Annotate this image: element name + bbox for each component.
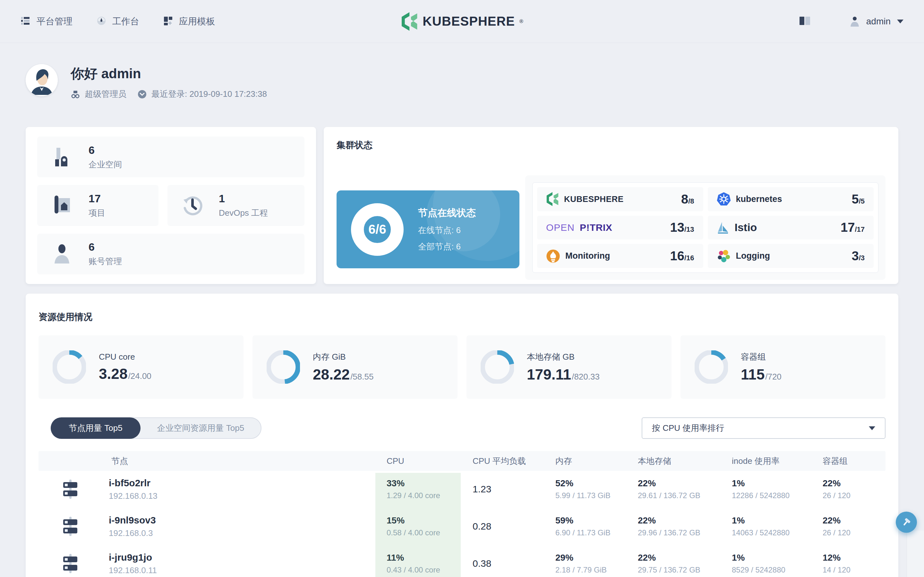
projects-count: 17 [89, 192, 105, 205]
resource-tile-cpu[interactable]: CPU core 3.28/24.00 [39, 335, 244, 399]
component-count: 17 [841, 220, 855, 235]
col-header-cpu: CPU [375, 456, 461, 466]
resource-tile-pods[interactable]: 容器组 115/720 [680, 335, 885, 399]
load-cell: 0.38 [461, 547, 556, 577]
projects-label: 项目 [89, 207, 105, 219]
resource-usage-title: 资源使用情况 [39, 311, 885, 323]
pods-cell: 22%26 / 120 [822, 473, 885, 506]
stat-projects[interactable]: 17 项目 [37, 185, 158, 226]
accounts-label: 账号管理 [89, 256, 122, 267]
col-header-pods: 容器组 [822, 456, 885, 467]
inode-cell: 1%8529 / 5242880 [732, 547, 822, 577]
logging-icon [717, 249, 731, 263]
nav-item-platform[interactable]: 平台管理 [21, 15, 73, 27]
storage-cell: 22%29.61 / 136.72 GB [638, 473, 732, 506]
inode-cell: 1%12286 / 5242880 [732, 473, 822, 506]
load-cell: 0.28 [461, 510, 556, 543]
component-istio[interactable]: Istio 17/17 [708, 216, 874, 240]
node-name[interactable]: i-9nl9sov3 [109, 515, 156, 526]
kubesphere-logo[interactable]: KUBESPHERE ® [401, 12, 523, 31]
resource-used: 3.28 [99, 365, 128, 382]
accounts-count: 6 [89, 241, 122, 253]
component-count: 13 [670, 220, 684, 235]
user-role: 超级管理员 [71, 89, 126, 100]
app-templates-icon [163, 16, 173, 27]
kubesphere-mark-icon [546, 192, 559, 206]
memory-cell: 59%6.90 / 11.73 GiB [556, 510, 638, 543]
username: admin [866, 16, 891, 27]
table-row[interactable]: i-9nl9sov3 192.168.0.3 15%0.58 / 4.00 co… [39, 510, 885, 543]
component-kubernetes[interactable]: kubernetes 5/5 [708, 187, 874, 211]
resource-total: /58.55 [351, 372, 373, 382]
user-menu[interactable]: admin [850, 16, 903, 27]
node-name[interactable]: i-bf5o2rlr [109, 478, 158, 488]
memory-cell: 29%2.18 / 7.79 GiB [556, 547, 638, 577]
workbench-gauge-icon [96, 16, 107, 27]
col-header-inode: inode 使用率 [732, 456, 822, 467]
logo-text: KUBESPHERE [423, 14, 515, 29]
greeting-section: 你好 admin 超级管理员 最近登录: 201 [26, 64, 898, 100]
stat-workspaces[interactable]: 6 企业空间 [37, 137, 304, 177]
cluster-status-card: 集群状态 6/6 节点在线状态 在线节点: 6 全部节点: 6 [324, 127, 898, 284]
resource-tile-memory[interactable]: 内存 GiB 28.22/58.55 [252, 335, 457, 399]
nav-item-workbench[interactable]: 工作台 [96, 15, 139, 27]
storage-cell: 22%29.96 / 136.72 GB [638, 510, 732, 543]
table-header: 节点 CPU CPU 平均负载 内存 本地存储 inode 使用率 容器组 [39, 451, 885, 471]
component-kubesphere[interactable]: KUBESPHERE 8/8 [537, 187, 703, 211]
chevron-down-icon [897, 19, 903, 23]
nav-item-app-templates[interactable]: 应用模板 [163, 15, 215, 27]
role-label: 超级管理员 [85, 89, 126, 100]
sort-by-value: 按 CPU 使用率排行 [652, 422, 724, 434]
devops-count: 1 [219, 192, 268, 205]
inode-cell: 1%14063 / 5242880 [732, 510, 822, 543]
stat-devops[interactable]: 1 DevOps 工程 [168, 185, 304, 226]
last-login: 最近登录: 2019-09-10 17:23:38 [137, 89, 267, 100]
table-row[interactable]: i-jru9g1jo 192.168.0.11 11%0.43 / 4.00 c… [39, 547, 885, 577]
avatar[interactable] [26, 64, 58, 96]
storage-cell: 22%29.75 / 136.72 GB [638, 547, 732, 577]
component-count: 5 [851, 192, 859, 206]
component-openpitrix[interactable]: OPENP!TRIX 13/13 [537, 216, 703, 240]
component-name: Logging [736, 251, 770, 261]
component-name: Istio [735, 221, 757, 234]
resource-tile-storage[interactable]: 本地存储 GB 179.11/820.33 [467, 335, 672, 399]
docs-book-icon[interactable] [799, 15, 811, 27]
nav-item-label: 应用模板 [179, 15, 215, 27]
node-usage-table: 节点 CPU CPU 平均负载 内存 本地存储 inode 使用率 容器组 i-… [39, 451, 885, 577]
table-row[interactable]: i-bf5o2rlr 192.168.0.13 33%1.29 / 4.00 c… [39, 473, 885, 506]
resource-used: 28.22 [313, 366, 350, 383]
component-monitoring[interactable]: Monitoring 16/16 [537, 244, 703, 268]
cpu-cell: 11%0.43 / 4.00 core [375, 547, 461, 577]
resource-total: /24.00 [128, 371, 152, 381]
component-logging[interactable]: Logging 3/3 [708, 244, 874, 268]
tab-node-usage-top5[interactable]: 节点用量 Top5 [51, 417, 141, 439]
hammer-icon [901, 516, 912, 528]
primary-nav: 平台管理 工作台 应用模板 [21, 15, 215, 27]
scrollbar-track[interactable] [907, 530, 924, 577]
devops-icon [182, 195, 204, 216]
cluster-status-title: 集群状态 [336, 139, 885, 151]
toolbox-fab-button[interactable] [896, 512, 917, 533]
stat-accounts[interactable]: 6 账号管理 [37, 234, 304, 274]
memory-cell: 52%5.99 / 11.73 GiB [556, 473, 638, 506]
resource-label: 内存 GiB [313, 351, 373, 363]
devops-label: DevOps 工程 [219, 207, 268, 219]
last-login-label: 最近登录: 2019-09-10 17:23:38 [152, 89, 267, 100]
cpu-usage-donut [53, 350, 86, 384]
sort-by-dropdown[interactable]: 按 CPU 使用率排行 [642, 417, 885, 439]
node-status-title: 节点在线状态 [418, 206, 476, 219]
tab-workspace-usage-top5[interactable]: 企业空间资源用量 Top5 [141, 418, 261, 438]
col-header-memory: 内存 [556, 456, 638, 467]
pods-cell: 22%26 / 120 [822, 510, 885, 543]
nodes-online: 在线节点: 6 [418, 225, 476, 236]
logo-registered-mark: ® [519, 19, 523, 24]
nodes-total: 全部节点: 6 [418, 241, 476, 252]
user-icon [850, 16, 860, 27]
load-cell: 1.23 [461, 473, 556, 506]
cpu-cell: 15%0.58 / 4.00 core [375, 510, 461, 543]
node-online-status-card[interactable]: 6/6 节点在线状态 在线节点: 6 全部节点: 6 [336, 190, 519, 268]
node-name[interactable]: i-jru9g1jo [109, 552, 157, 563]
components-panel: KUBESPHERE 8/8 [525, 175, 885, 280]
storage-usage-donut [481, 350, 514, 384]
nav-item-label: 工作台 [112, 15, 139, 27]
